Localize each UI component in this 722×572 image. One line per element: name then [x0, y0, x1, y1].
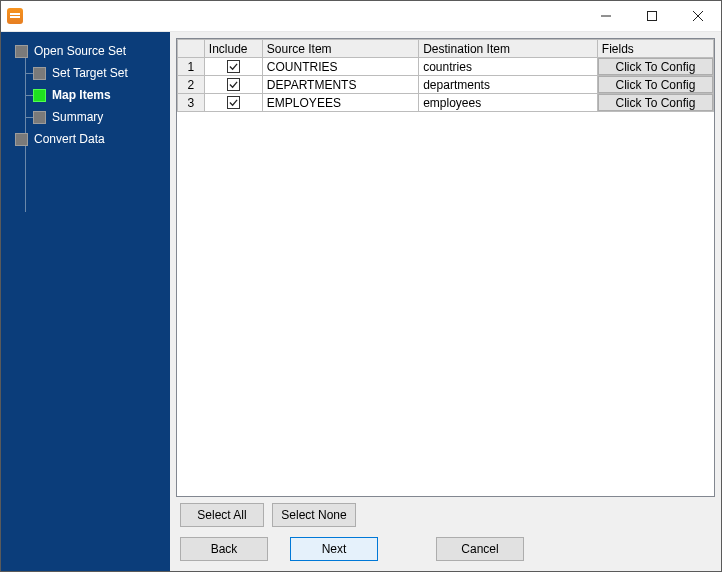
maximize-button[interactable]: [629, 1, 675, 32]
wizard-nav-row: Back Next Cancel: [176, 529, 715, 565]
checkbox-icon[interactable]: [227, 60, 240, 73]
source-cell[interactable]: EMPLOYEES: [262, 94, 418, 112]
col-header-include[interactable]: Include: [204, 40, 262, 58]
mapping-grid: Include Source Item Destination Item Fie…: [176, 38, 715, 497]
select-all-button[interactable]: Select All: [180, 503, 264, 527]
svg-rect-0: [648, 12, 657, 21]
destination-cell[interactable]: employees: [419, 94, 598, 112]
include-cell[interactable]: [204, 94, 262, 112]
sidebar-item-map-items[interactable]: Map Items: [1, 84, 170, 106]
table-row: 2 DEPARTMENTS departments Click To Confi…: [178, 76, 714, 94]
sidebar-item-label: Convert Data: [34, 132, 105, 146]
row-number[interactable]: 1: [178, 58, 205, 76]
config-fields-button[interactable]: Click To Config: [598, 94, 713, 111]
minimize-button[interactable]: [583, 1, 629, 32]
include-cell[interactable]: [204, 58, 262, 76]
step-box-icon: [33, 111, 46, 124]
titlebar: [1, 1, 721, 32]
step-box-icon: [15, 133, 28, 146]
grid-corner: [178, 40, 205, 58]
col-header-fields[interactable]: Fields: [597, 40, 713, 58]
col-header-source[interactable]: Source Item: [262, 40, 418, 58]
destination-cell[interactable]: countries: [419, 58, 598, 76]
select-none-button[interactable]: Select None: [272, 503, 356, 527]
sidebar-item-label: Map Items: [52, 88, 111, 102]
checkbox-icon[interactable]: [227, 78, 240, 91]
sidebar-item-summary[interactable]: Summary: [1, 106, 170, 128]
app-icon: [7, 8, 23, 24]
source-cell[interactable]: COUNTRIES: [262, 58, 418, 76]
cancel-button[interactable]: Cancel: [436, 537, 524, 561]
step-box-icon: [33, 67, 46, 80]
sidebar-item-label: Summary: [52, 110, 103, 124]
selection-button-row: Select All Select None: [176, 497, 715, 529]
checkbox-icon[interactable]: [227, 96, 240, 109]
include-cell[interactable]: [204, 76, 262, 94]
back-button[interactable]: Back: [180, 537, 268, 561]
sidebar-item-label: Open Source Set: [34, 44, 126, 58]
table-row: 3 EMPLOYEES employees Click To Config: [178, 94, 714, 112]
grid-header-row: Include Source Item Destination Item Fie…: [178, 40, 714, 58]
destination-cell[interactable]: departments: [419, 76, 598, 94]
source-cell[interactable]: DEPARTMENTS: [262, 76, 418, 94]
row-number[interactable]: 2: [178, 76, 205, 94]
config-fields-button[interactable]: Click To Config: [598, 76, 713, 93]
main-panel: Include Source Item Destination Item Fie…: [170, 32, 721, 571]
row-number[interactable]: 3: [178, 94, 205, 112]
step-box-icon: [15, 45, 28, 58]
table-row: 1 COUNTRIES countries Click To Config: [178, 58, 714, 76]
next-button[interactable]: Next: [290, 537, 378, 561]
config-fields-button[interactable]: Click To Config: [598, 58, 713, 75]
col-header-destination[interactable]: Destination Item: [419, 40, 598, 58]
wizard-sidebar: Open Source Set Set Target Set Map Items…: [1, 32, 170, 571]
sidebar-item-set-target-set[interactable]: Set Target Set: [1, 62, 170, 84]
close-button[interactable]: [675, 1, 721, 32]
sidebar-item-label: Set Target Set: [52, 66, 128, 80]
sidebar-item-convert-data[interactable]: Convert Data: [1, 128, 170, 150]
sidebar-item-open-source-set[interactable]: Open Source Set: [1, 40, 170, 62]
step-box-icon: [33, 89, 46, 102]
